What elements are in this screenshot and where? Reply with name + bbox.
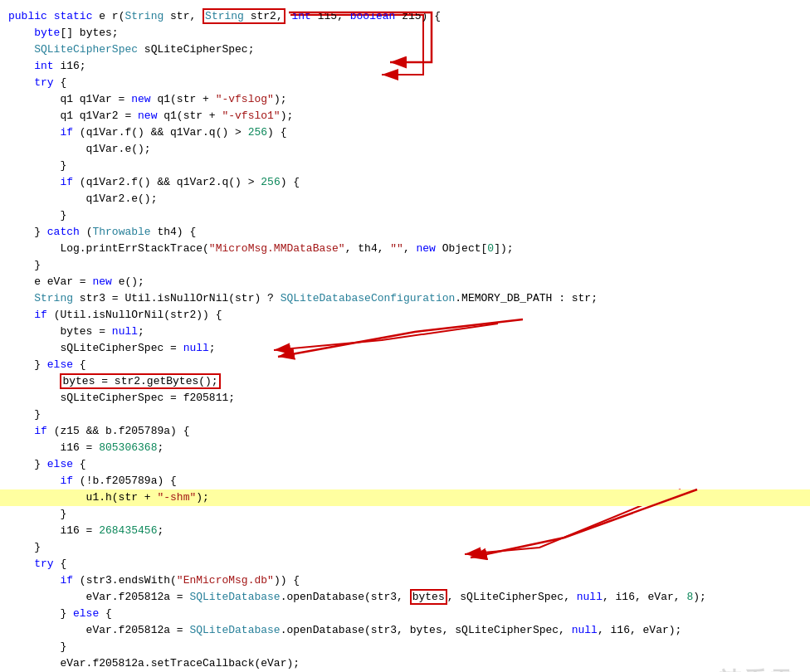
code-line-1: public static e r(String str, String str… [0,8,810,25]
code-line-30: u1.h(str + "-shm"); [0,489,810,506]
code-line-14: } catch (Throwable th4) { [0,224,810,241]
code-line-25: } [0,407,810,423]
code-line-8: if (q1Var.f() && q1Var.q() > 256) { [0,124,810,141]
code-line-5: try { [0,75,810,91]
code-line-11: if (q1Var2.f() && q1Var2.q() > 256) { [0,174,810,191]
code-line-6: q1 q1Var = new q1(str + "-vfslog"); [0,91,810,108]
watermark: 辣看電 [719,665,793,672]
code-line-3: SQLiteCipherSpec sQLiteCipherSpec; [0,41,810,58]
code-line-35: if (str3.endsWith("EnMicroMsg.db")) { [0,572,810,589]
code-line-13: } [0,207,810,224]
code-line-12: q1Var2.e(); [0,191,810,207]
code-line-2: byte[] bytes; [0,25,810,41]
code-line-18: String str3 = Util.isNullOrNil(str) ? SQ… [0,290,810,307]
code-line-34: try { [0,556,810,572]
code-line-7: q1 q1Var2 = new q1(str + "-vfslo1"); [0,108,810,124]
code-line-33: } [0,539,810,556]
code-line-23: bytes = str2.getBytes(); [0,373,810,390]
code-line-15: Log.printErrStackTrace("MicroMsg.MMDataB… [0,241,810,257]
code-line-19: if (Util.isNullOrNil(str2)) { [0,307,810,324]
code-line-32: i16 = 268435456; [0,523,810,539]
code-line-37: } else { [0,606,810,622]
code-line-27: i16 = 805306368; [0,440,810,456]
code-line-38: eVar.f205812a = SQLiteDatabase.openDatab… [0,622,810,639]
code-container: public static e r(String str, String str… [0,0,810,672]
code-line-29: if (!b.f205789a) { [0,473,810,489]
code-line-21: sQLiteCipherSpec = null; [0,340,810,357]
code-line-16: } [0,257,810,274]
code-line-17: e eVar = new e(); [0,274,810,290]
code-line-36: eVar.f205812a = SQLiteDatabase.openDatab… [0,589,810,606]
code-line-24: sQLiteCipherSpec = f205811; [0,390,810,407]
code-line-28: } else { [0,456,810,473]
code-line-26: if (z15 && b.f205789a) { [0,423,810,440]
code-line-40: eVar.f205812a.setTraceCallback(eVar); [0,655,810,672]
code-line-22: } else { [0,357,810,373]
code-line-9: q1Var.e(); [0,141,810,158]
code-line-10: } [0,158,810,174]
code-line-31: } [0,506,810,523]
code-line-4: int i16; [0,58,810,75]
code-line-20: bytes = null; [0,324,810,340]
code-line-39: } [0,639,810,655]
